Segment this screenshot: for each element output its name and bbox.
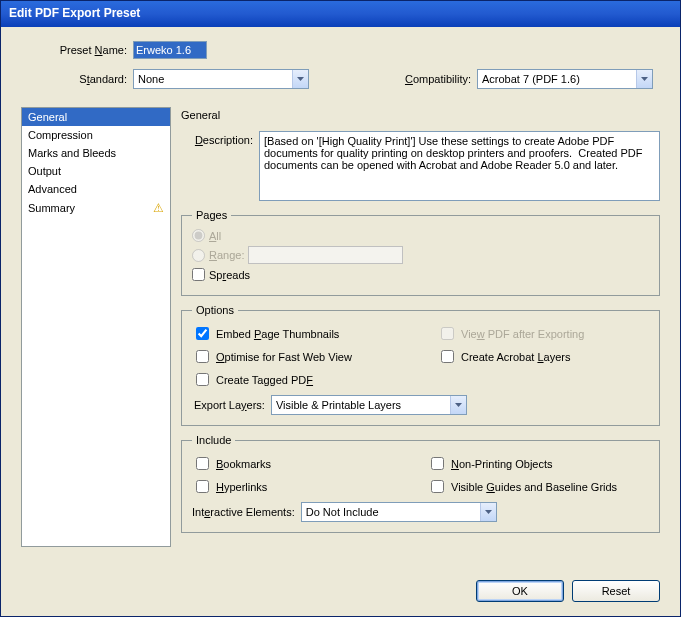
spreads-label: Spreads xyxy=(209,269,250,281)
description-label: Description: xyxy=(181,131,259,146)
pages-all-radio xyxy=(192,229,205,242)
options-fieldset: Options Embed Page Thumbnails View PDF a… xyxy=(181,304,660,426)
section-heading: General xyxy=(181,109,660,121)
pages-legend: Pages xyxy=(192,209,231,221)
nonprinting-label: Non-Printing Objects xyxy=(451,458,553,470)
ok-button[interactable]: OK xyxy=(476,580,564,602)
view-pdf-checkbox xyxy=(441,327,454,340)
bookmarks-checkbox[interactable] xyxy=(196,457,209,470)
description-textarea[interactable]: [Based on '[High Quality Print]'] Use th… xyxy=(259,131,660,201)
export-layers-label: Export Layers: xyxy=(192,399,265,411)
hyperlinks-label: Hyperlinks xyxy=(216,481,267,493)
chevron-down-icon xyxy=(480,503,496,521)
sidebar-item-general[interactable]: General xyxy=(22,108,170,126)
view-pdf-label: View PDF after Exporting xyxy=(461,328,584,340)
options-legend: Options xyxy=(192,304,238,316)
pages-fieldset: Pages All Range: Spreads xyxy=(181,209,660,296)
interactive-elements-label: Interactive Elements: xyxy=(192,506,295,518)
standard-label: Standard: xyxy=(21,73,133,85)
optimise-fwv-checkbox[interactable] xyxy=(196,350,209,363)
interactive-elements-select[interactable]: Do Not Include xyxy=(301,502,497,522)
sidebar-item-compression[interactable]: Compression xyxy=(22,126,170,144)
pages-range-label: Range: xyxy=(209,249,244,261)
chevron-down-icon xyxy=(450,396,466,414)
sidebar: General Compression Marks and Bleeds Out… xyxy=(21,107,171,547)
optimise-fwv-label: Optimise for Fast Web View xyxy=(216,351,352,363)
export-layers-select[interactable]: Visible & Printable Layers xyxy=(271,395,467,415)
hyperlinks-checkbox[interactable] xyxy=(196,480,209,493)
preset-name-input[interactable] xyxy=(133,41,207,59)
compatibility-label: Compatibility: xyxy=(391,73,477,85)
titlebar: Edit PDF Export Preset xyxy=(1,1,680,27)
tagged-pdf-label: Create Tagged PDF xyxy=(216,374,313,386)
chevron-down-icon xyxy=(292,70,308,88)
acrobat-layers-label: Create Acrobat Layers xyxy=(461,351,570,363)
reset-button[interactable]: Reset xyxy=(572,580,660,602)
compatibility-value: Acrobat 7 (PDF 1.6) xyxy=(482,73,580,85)
standard-value: None xyxy=(138,73,164,85)
compatibility-select[interactable]: Acrobat 7 (PDF 1.6) xyxy=(477,69,653,89)
tagged-pdf-checkbox[interactable] xyxy=(196,373,209,386)
footer: OK Reset xyxy=(1,572,680,616)
sidebar-item-advanced[interactable]: Advanced xyxy=(22,180,170,198)
visible-guides-label: Visible Guides and Baseline Grids xyxy=(451,481,617,493)
nonprinting-checkbox[interactable] xyxy=(431,457,444,470)
embed-thumbnails-checkbox[interactable] xyxy=(196,327,209,340)
pages-range-radio xyxy=(192,249,205,262)
spreads-checkbox[interactable] xyxy=(192,268,205,281)
include-fieldset: Include Bookmarks Non-Printing Objects H… xyxy=(181,434,660,533)
sidebar-item-output[interactable]: Output xyxy=(22,162,170,180)
warning-icon: ⚠ xyxy=(153,201,164,215)
dialog-window: Edit PDF Export Preset Preset Name: Stan… xyxy=(0,0,681,617)
visible-guides-checkbox[interactable] xyxy=(431,480,444,493)
acrobat-layers-checkbox[interactable] xyxy=(441,350,454,363)
sidebar-item-summary[interactable]: Summary ⚠ xyxy=(22,198,170,218)
embed-thumbnails-label: Embed Page Thumbnails xyxy=(216,328,339,340)
interactive-elements-value: Do Not Include xyxy=(306,506,379,518)
main-panel: General Description: [Based on '[High Qu… xyxy=(181,107,660,560)
top-fields: Preset Name: Standard: None Compatibilit… xyxy=(1,27,680,107)
pages-range-input xyxy=(248,246,403,264)
include-legend: Include xyxy=(192,434,235,446)
standard-select[interactable]: None xyxy=(133,69,309,89)
window-title: Edit PDF Export Preset xyxy=(9,6,140,20)
bookmarks-label: Bookmarks xyxy=(216,458,271,470)
chevron-down-icon xyxy=(636,70,652,88)
export-layers-value: Visible & Printable Layers xyxy=(276,399,401,411)
pages-all-label: All xyxy=(209,230,221,242)
sidebar-item-marks-bleeds[interactable]: Marks and Bleeds xyxy=(22,144,170,162)
preset-name-label: Preset Name: xyxy=(21,44,133,56)
